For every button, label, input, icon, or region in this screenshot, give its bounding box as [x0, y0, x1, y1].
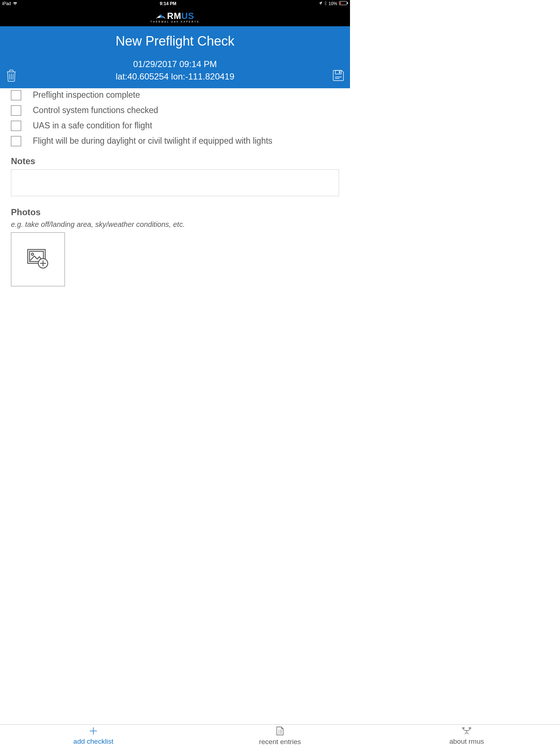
- logo-tagline: THERMAL UAV EXPERTS: [151, 20, 200, 23]
- photos-hint: e.g. take off/landing area, sky/weather …: [11, 220, 339, 229]
- content-area: Preflight inspection complete Control sy…: [0, 88, 350, 286]
- svg-rect-4: [339, 71, 340, 73]
- save-button[interactable]: [332, 69, 345, 83]
- logo-text-1: RM: [167, 11, 181, 21]
- checklist-label: UAS in a safe condition for flight: [33, 120, 152, 131]
- checklist-item: UAS in a safe condition for flight: [11, 120, 339, 131]
- logo-mark-icon: [156, 11, 166, 21]
- checklist-item: Preflight inspection complete: [11, 90, 339, 101]
- checklist-item: Flight will be during daylight or civil …: [11, 136, 339, 147]
- svg-rect-3: [335, 70, 341, 74]
- status-bar: iPad 9:14 PM 10%: [0, 0, 350, 7]
- add-photo-button[interactable]: [11, 232, 65, 286]
- checkbox[interactable]: [11, 90, 21, 100]
- checklist-label: Control system functions checked: [33, 105, 158, 116]
- logo-text-2: US: [181, 11, 194, 21]
- page-header: New Preflight Check 01/29/2017 09:14 PM …: [0, 26, 350, 88]
- add-photo-icon: [26, 248, 50, 271]
- delete-button[interactable]: [5, 69, 17, 83]
- photos-heading: Photos: [11, 207, 339, 217]
- wifi-icon: [13, 1, 18, 6]
- battery-pct: 10%: [328, 1, 337, 6]
- checkbox[interactable]: [11, 105, 21, 116]
- header-datetime: 01/29/2017 09:14 PM: [7, 59, 343, 69]
- notes-heading: Notes: [11, 156, 339, 166]
- checkbox[interactable]: [11, 121, 21, 131]
- header-location: lat:40.605254 lon:-111.820419: [7, 71, 343, 82]
- bluetooth-icon: [324, 1, 327, 7]
- checklist-item: Control system functions checked: [11, 105, 339, 116]
- page-title: New Preflight Check: [7, 34, 343, 49]
- svg-rect-2: [340, 2, 341, 4]
- location-icon: [319, 1, 322, 6]
- svg-rect-1: [347, 2, 348, 4]
- checklist-label: Preflight inspection complete: [33, 90, 140, 101]
- device-label: iPad: [2, 1, 11, 6]
- checklist-label: Flight will be during daylight or civil …: [33, 136, 272, 147]
- battery-icon: [339, 1, 348, 6]
- status-time: 9:14 PM: [160, 1, 176, 6]
- logo-bar: RMUS THERMAL UAV EXPERTS: [0, 7, 350, 26]
- notes-input[interactable]: [11, 169, 339, 196]
- checkbox[interactable]: [11, 136, 21, 146]
